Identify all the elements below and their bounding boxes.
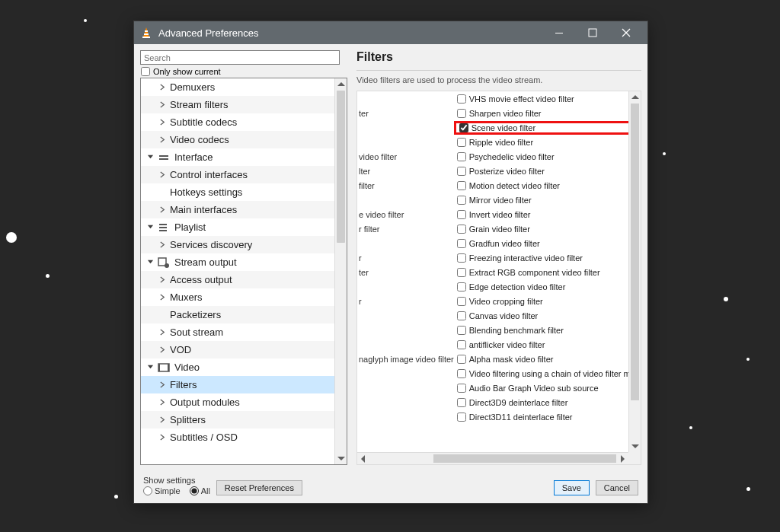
filter-checkbox[interactable]: VHS movie effect video filter — [457, 94, 628, 104]
tree-item[interactable]: Services discovery — [141, 236, 334, 253]
filter-checkbox[interactable]: Motion detect video filter — [457, 181, 628, 190]
scrollbar-corner — [628, 452, 641, 464]
tree-item-label: Interface — [174, 151, 213, 163]
filter-left-fragment — [357, 120, 456, 135]
bg-dot — [663, 152, 666, 155]
chevron-right-icon — [158, 328, 167, 337]
filter-label: Psychedelic video filter — [469, 152, 555, 161]
tree-item[interactable]: VOD — [141, 341, 334, 358]
cancel-button[interactable]: Cancel — [596, 480, 638, 495]
filter-checkbox[interactable]: Sharpen video filter — [457, 109, 628, 118]
bg-dot — [84, 19, 87, 22]
tree-item[interactable]: Packetizers — [141, 306, 334, 323]
panel-heading: Filters — [356, 50, 641, 64]
tree-item[interactable]: Subtitles / OSD — [141, 428, 334, 446]
tree-item-label: Sout stream — [170, 327, 223, 338]
chevron-right-icon — [158, 416, 167, 425]
filter-row: e video filterInvert video filter — [357, 207, 628, 221]
filter-checkbox[interactable]: Psychedelic video filter — [457, 152, 628, 161]
tree-item[interactable]: Stream filters — [141, 96, 334, 113]
filter-checkbox[interactable]: Canvas video filter — [457, 311, 628, 320]
filter-row: Gradfun video filter — [357, 236, 628, 250]
chevron-right-icon — [158, 398, 167, 407]
close-button[interactable] — [609, 21, 643, 44]
filter-checkbox[interactable]: Video filtering using a chain of video f… — [457, 369, 628, 378]
filter-checkbox[interactable]: antiflicker video filter — [457, 340, 628, 349]
tree-item-label: Stream output — [174, 256, 237, 268]
filter-checkbox[interactable]: Gradfun video filter — [457, 239, 628, 248]
filter-label: Video filtering using a chain of video f… — [469, 369, 628, 378]
tree-item[interactable]: Interface — [141, 148, 334, 166]
filters-scrollbar-vertical[interactable] — [628, 91, 641, 452]
filters-scrollbar-horizontal[interactable] — [357, 452, 628, 464]
filter-checkbox[interactable]: Mirror video filter — [457, 196, 628, 205]
save-button[interactable]: Save — [554, 480, 590, 495]
filter-row: Mirror video filter — [357, 193, 628, 207]
search-input[interactable] — [140, 50, 340, 65]
tree-item[interactable]: Demuxers — [141, 78, 334, 96]
category-icon — [158, 362, 170, 374]
tree-item[interactable]: Hotkeys settings — [141, 183, 334, 201]
filter-checkbox[interactable]: Direct3D9 deinterlace filter — [457, 398, 628, 407]
filter-label: Blending benchmark filter — [469, 326, 564, 335]
tree-item[interactable]: Video codecs — [141, 131, 334, 148]
tree-item[interactable]: Splitters — [141, 411, 334, 428]
filter-row: Audio Bar Graph Video sub source — [357, 381, 628, 395]
svg-rect-5 — [589, 29, 596, 37]
filter-left-fragment — [357, 308, 456, 323]
filter-checkbox[interactable]: Invert video filter — [457, 210, 628, 219]
preferences-tree: DemuxersStream filtersSubtitle codecsVid… — [140, 78, 347, 465]
minimize-button[interactable] — [542, 21, 576, 44]
tree-item[interactable]: Filters — [141, 376, 334, 393]
tree-item[interactable]: Control interfaces — [141, 166, 334, 183]
titlebar[interactable]: Advanced Preferences — [134, 21, 647, 44]
radio-all-label: All — [201, 486, 210, 495]
tree-item[interactable]: Main interfaces — [141, 201, 334, 218]
filter-checkbox[interactable]: Grain video filter — [457, 225, 628, 234]
reset-preferences-button[interactable]: Reset Preferences — [216, 480, 302, 495]
tree-item[interactable]: Sout stream — [141, 323, 334, 341]
maximize-button[interactable] — [576, 21, 609, 44]
filter-checkbox[interactable]: Extract RGB component video filter — [457, 268, 628, 277]
filter-checkbox[interactable]: Video cropping filter — [457, 297, 628, 306]
filter-checkbox[interactable]: Direct3D11 deinterlace filter — [457, 413, 628, 422]
filter-checkbox[interactable]: Scene video filter — [454, 121, 628, 135]
tree-item-label: Video codecs — [170, 134, 229, 145]
bg-dot — [746, 487, 750, 491]
tree-item[interactable]: Output modules — [141, 393, 334, 411]
tree-item[interactable]: Video — [141, 358, 334, 376]
tree-item[interactable]: Access output — [141, 271, 334, 288]
filter-checkbox[interactable]: Freezing interactive video filter — [457, 253, 628, 263]
filter-checkbox[interactable]: Alpha mask video filter — [457, 355, 628, 364]
tree-item-label: Filters — [170, 379, 197, 390]
filter-row: Video filtering using a chain of video f… — [357, 366, 628, 381]
chevron-right-icon — [158, 276, 167, 285]
tree-item-label: Hotkeys settings — [170, 186, 242, 198]
chevron-right-icon — [158, 293, 167, 302]
filter-checkbox[interactable]: Edge detection video filter — [457, 282, 628, 291]
tree-scrollbar[interactable] — [334, 78, 347, 464]
tree-item[interactable]: Stream output — [141, 253, 334, 271]
tree-item-label: Playlist — [174, 221, 206, 233]
filter-checkbox[interactable]: Posterize video filter — [457, 167, 628, 176]
svg-rect-10 — [158, 364, 169, 371]
filter-left-fragment — [357, 279, 456, 294]
show-settings-all-radio[interactable]: All — [190, 486, 210, 495]
show-settings-simple-radio[interactable]: Simple — [143, 486, 181, 495]
filter-left-fragment: video filter — [357, 149, 456, 164]
chevron-right-icon — [158, 170, 167, 180]
tree-item[interactable]: Muxers — [141, 288, 334, 306]
filter-checkbox[interactable]: Blending benchmark filter — [457, 326, 628, 335]
preferences-window: Advanced Preferences Only show current D… — [133, 21, 648, 504]
filter-checkbox[interactable]: Ripple video filter — [457, 138, 628, 147]
divider — [356, 70, 641, 71]
filter-checkbox[interactable]: Audio Bar Graph Video sub source — [457, 384, 628, 393]
tree-item[interactable]: Playlist — [141, 218, 334, 236]
bg-dot — [6, 232, 17, 243]
tree-item[interactable]: Subtitle codecs — [141, 113, 334, 131]
only-show-current-checkbox[interactable]: Only show current — [141, 67, 347, 76]
filter-left-fragment — [357, 395, 456, 409]
tree-item-label: Control interfaces — [170, 169, 248, 180]
filter-row: terExtract RGB component video filter — [357, 265, 628, 279]
filter-row: Edge detection video filter — [357, 279, 628, 294]
